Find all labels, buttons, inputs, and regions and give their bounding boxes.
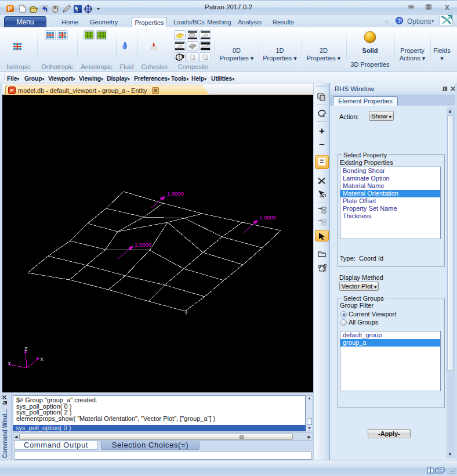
svg-text:Y: Y — [8, 360, 11, 366]
svg-text:X: X — [40, 356, 43, 362]
svg-text:P: P — [10, 88, 13, 93]
svg-text:Z: Z — [24, 346, 28, 352]
svg-text:1.0000: 1.0000 — [167, 190, 184, 197]
svg-text:?: ? — [398, 18, 401, 24]
svg-text:1.0000: 1.0000 — [259, 214, 276, 221]
svg-text:X: X — [445, 4, 449, 11]
svg-text:1.0000: 1.0000 — [135, 241, 151, 248]
